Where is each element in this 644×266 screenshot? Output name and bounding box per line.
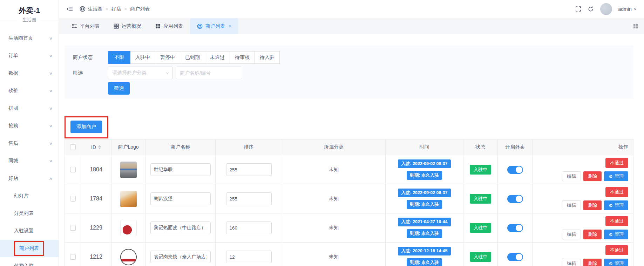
filter-inputs-row: 筛选 请选择商户分类 ∨ [73,67,633,79]
fullscreen-icon[interactable] [575,6,581,12]
sidebar-item-label: 拼团 [8,105,18,111]
reject-button[interactable]: 不通过 [605,245,628,255]
select-all-checkbox[interactable] [70,144,76,150]
chevron-down-icon: ∨ [49,106,53,111]
takeout-toggle[interactable] [507,253,523,261]
row-checkbox[interactable] [70,225,76,231]
tab-app-list[interactable]: 应用列表 [148,18,190,34]
merchant-category-select[interactable]: 请选择商户分类 ∨ [108,67,173,79]
tab-layout-grid-icon[interactable] [633,23,638,29]
manage-button-label: 管理 [615,202,624,209]
tab-operations-overview[interactable]: 运营概况 [107,18,148,34]
breadcrumb-item-root[interactable]: 生活圈 [80,6,102,12]
chevron-down-icon: ∨ [633,7,637,11]
close-icon[interactable]: × [229,23,231,29]
status-option-paused[interactable]: 暂停中 [155,51,180,64]
merchant-name-input[interactable] [150,251,211,263]
avatar[interactable] [600,3,612,15]
sidebar-item-merchant-list[interactable]: 商户列表 [0,240,59,257]
table-header: ID 商户Logo 商户名称 排序 所属分类 时间 状态 [65,139,633,155]
status-option-pending-review[interactable]: 待审核 [230,51,255,64]
header-id: ID [81,139,111,155]
row-checkbox[interactable] [70,254,76,260]
merchant-name-input[interactable] [150,163,211,176]
sidebar-item-label: 数据 [8,70,18,76]
merchant-id-cell: 1804 [81,155,111,184]
tab-platform-list[interactable]: 平台列表 [65,18,107,34]
takeout-toggle[interactable] [507,224,523,232]
breadcrumb-item-merchant-list[interactable]: 商户列表 [130,6,150,12]
merchant-name-input[interactable] [150,192,211,205]
status-option-rejected[interactable]: 未通过 [205,51,230,64]
merchant-name-input[interactable] [150,221,211,234]
reject-button[interactable]: 不通过 [605,216,628,226]
edit-button[interactable]: 编辑 [562,200,581,210]
merchant-id: 1804 [90,166,102,173]
delete-button[interactable]: 删除 [583,171,602,181]
sidebar-item-aftersale[interactable]: 售后 ∨ [0,135,59,152]
merchant-sort-input[interactable] [226,221,272,234]
sidebar-item-paid-entry[interactable]: 付费入驻 [0,257,59,266]
manage-button[interactable]: ⚙ 管理 [604,230,628,239]
merchant-sort-input[interactable] [226,163,272,176]
reject-button[interactable]: 不通过 [605,187,628,197]
sidebar-item-bargain[interactable]: 砍价 ∨ [0,82,59,100]
merchant-category-cell: 未知 [282,155,386,184]
collapse-sidebar-icon[interactable] [67,6,73,12]
sidebar-item-category-list[interactable]: 分类列表 [0,205,59,222]
reject-button[interactable]: 不通过 [605,158,628,168]
sidebar-item-goodshop[interactable]: 好店 ∧ [0,170,59,187]
row-checkbox[interactable] [70,196,76,202]
sort-ascending-icon[interactable] [98,145,101,147]
tab-merchant-list[interactable]: 商户列表 × [190,18,238,34]
topbar-right: admin ∨ [575,3,636,15]
merchant-search-input[interactable] [176,67,242,79]
sidebar-item-entry-settings[interactable]: 入驻设置 [0,222,59,240]
user-menu[interactable]: admin ∨ [618,6,636,12]
status-option-pending-entry[interactable]: 待入驻 [255,51,280,64]
header-name: 商户名称 [145,139,216,155]
takeout-toggle[interactable] [507,166,523,174]
sidebar-item-flashsale[interactable]: 抢购 ∨ [0,117,59,135]
edit-button[interactable]: 编辑 [562,259,581,266]
status-option-active[interactable]: 入驻中 [130,51,155,64]
row-checkbox[interactable] [70,167,76,172]
row-actions-cell: 不通过 编辑 删除 ⚙ 管理 [533,184,633,213]
edit-button[interactable]: 编辑 [562,230,581,239]
delete-button[interactable]: 删除 [583,259,602,266]
merchant-id-cell: 1229 [81,213,111,242]
chevron-down-icon: ∨ [49,141,53,146]
expire-time-badge: 到期: 永久入驻 [407,171,442,180]
refresh-icon[interactable] [588,6,594,12]
sidebar-item-orders[interactable]: 订单 ∨ [0,47,59,64]
column-label: 时间 [420,144,429,150]
sidebar-item-data[interactable]: 数据 ∨ [0,64,59,82]
manage-button[interactable]: ⚙ 管理 [604,259,628,266]
chevron-up-icon: ∧ [49,176,53,181]
expire-time-badge: 到期: 永久入驻 [407,229,442,238]
manage-button[interactable]: ⚙ 管理 [604,171,628,181]
sidebar-subitem-label: 幻灯片 [14,193,29,199]
takeout-toggle[interactable] [507,195,523,203]
sort-descending-icon[interactable] [98,148,101,149]
sidebar-item-groupbuy[interactable]: 拼团 ∨ [0,100,59,117]
breadcrumb: 生活圈 > 好店 > 商户列表 [80,6,150,12]
status-option-all[interactable]: 不限 [108,51,130,64]
merchant-logo-image [120,162,137,178]
status-option-expired[interactable]: 已到期 [180,51,205,64]
merchant-sort-input[interactable] [226,251,272,263]
sidebar-item-city[interactable]: 同城 ∨ [0,152,59,170]
sidebar-item-home[interactable]: 生活圈首页 ∨ [0,29,59,47]
merchant-sort-input[interactable] [226,192,272,205]
add-merchant-button[interactable]: 添加商户 [70,121,102,133]
merchant-id: 1212 [90,254,102,260]
app-logo: 外卖-1 [0,0,59,15]
edit-button[interactable]: 编辑 [562,171,581,181]
delete-button[interactable]: 删除 [583,200,602,210]
filter-submit-button[interactable]: 筛选 [108,82,130,95]
delete-button[interactable]: 删除 [583,230,602,239]
sidebar-item-slides[interactable]: 幻灯片 [0,187,59,205]
gear-icon: ⚙ [609,174,613,179]
manage-button[interactable]: ⚙ 管理 [604,200,628,210]
breadcrumb-item-goodshop[interactable]: 好店 [111,6,121,12]
